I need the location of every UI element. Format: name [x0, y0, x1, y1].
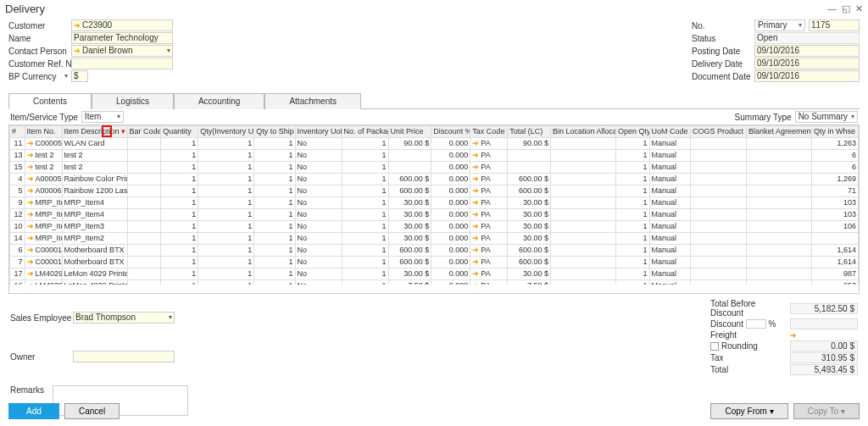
col-qtytoship[interactable]: Qty to Ship [254, 126, 295, 138]
chevron-down-icon[interactable]: ▾ [167, 46, 170, 56]
table-row[interactable]: 16➜LM4029APLeMon 4029 Printer A111No17.5… [10, 280, 859, 285]
link-arrow-icon[interactable]: ➜ [27, 246, 34, 255]
link-arrow-icon[interactable]: ➜ [472, 139, 479, 148]
cell-itemno[interactable]: ➜LM4029AP [25, 280, 62, 285]
cell-pkg[interactable]: 1 [342, 197, 388, 209]
col-totallc[interactable]: Total (LC) [508, 126, 551, 138]
cell-barcode[interactable] [127, 221, 161, 233]
cell-invuom[interactable]: No [295, 162, 342, 174]
link-arrow-icon[interactable]: ➜ [27, 257, 34, 267]
link-arrow-icon[interactable]: ➜ [74, 20, 81, 30]
cell-tax[interactable]: ➜PA [470, 233, 508, 245]
cell-hash[interactable]: 14 [10, 233, 25, 245]
col-discount[interactable]: Discount % [431, 126, 470, 138]
cell-qtyinv[interactable]: 1 [198, 138, 254, 150]
cell-itemdesc[interactable]: MRP_Item4 [62, 197, 127, 209]
cell-whse[interactable]: 6 [811, 150, 858, 162]
cell-whse[interactable]: 987 [811, 268, 858, 280]
cell-pkg[interactable]: 1 [342, 209, 388, 221]
cell-blanket[interactable] [746, 138, 811, 150]
link-arrow-icon[interactable]: ➜ [472, 198, 479, 207]
cell-total[interactable]: 7.50 $ [508, 280, 551, 285]
cell-price[interactable]: 30.00 $ [388, 221, 431, 233]
cell-whse[interactable]: 1,614 [811, 245, 858, 257]
cell-uomcode[interactable]: Manual [649, 197, 690, 209]
cell-ship[interactable]: 1 [254, 150, 295, 162]
cell-whse[interactable]: 1,263 [811, 138, 858, 150]
link-arrow-icon[interactable]: ➜ [27, 222, 34, 231]
cell-cogs[interactable] [690, 209, 746, 221]
cell-itemdesc[interactable]: test 2 [62, 162, 127, 174]
cell-cogs[interactable] [690, 174, 746, 185]
cell-quantity[interactable]: 1 [161, 268, 198, 280]
link-arrow-icon[interactable]: ➜ [472, 234, 479, 243]
cell-hash[interactable]: 12 [10, 209, 25, 221]
cell-invuom[interactable]: No [295, 257, 342, 268]
link-arrow-icon[interactable]: ➜ [472, 151, 479, 160]
link-arrow-icon[interactable]: ➜ [74, 46, 81, 56]
cell-binloc[interactable] [550, 233, 615, 245]
cell-uomcode[interactable]: Manual [649, 221, 690, 233]
cell-total[interactable]: 600.00 $ [508, 257, 551, 268]
cell-barcode[interactable] [127, 185, 161, 197]
cell-blanket[interactable] [746, 221, 811, 233]
cell-blanket[interactable] [746, 209, 811, 221]
table-row[interactable]: 6➜C00001Motherboard BTX111No1600.00 $0.0… [10, 245, 859, 257]
name-field[interactable]: Parameter Technology [71, 32, 173, 44]
table-row[interactable]: 11➜C00005WLAN Card111No190.00 $0.000➜PA9… [10, 138, 859, 150]
cell-ship[interactable]: 1 [254, 185, 295, 197]
line-items-grid[interactable]: # Item No. Item Description▾ Bar Code Qu… [8, 124, 860, 294]
cell-qtyinv[interactable]: 1 [198, 162, 254, 174]
cell-discount[interactable]: 0.000 [431, 138, 470, 150]
cell-cogs[interactable] [690, 280, 746, 285]
cell-hash[interactable]: 4 [10, 174, 25, 185]
cell-quantity[interactable]: 1 [161, 197, 198, 209]
cell-discount[interactable]: 0.000 [431, 280, 470, 285]
cell-pkg[interactable]: 1 [342, 221, 388, 233]
col-hash[interactable]: # [10, 126, 25, 138]
cell-quantity[interactable]: 1 [161, 233, 198, 245]
copyto-button[interactable]: Copy To ▾ [793, 403, 860, 419]
cell-invuom[interactable]: No [295, 233, 342, 245]
cell-barcode[interactable] [127, 280, 161, 285]
cell-uomcode[interactable]: Manual [649, 268, 690, 280]
col-qtywhse[interactable]: Qty in Whse [811, 126, 858, 138]
link-arrow-icon[interactable]: ➜ [790, 331, 797, 340]
cell-itemdesc[interactable]: WLAN Card [62, 138, 127, 150]
close-icon[interactable]: ✕ [855, 3, 863, 14]
table-row[interactable]: 7➜C00001Motherboard BTX111No1600.00 $0.0… [10, 257, 859, 268]
cell-itemdesc[interactable]: MRP_Item3 [62, 221, 127, 233]
col-barcode[interactable]: Bar Code [127, 126, 161, 138]
cell-invuom[interactable]: No [295, 221, 342, 233]
cell-barcode[interactable] [127, 268, 161, 280]
cell-cogs[interactable] [690, 185, 746, 197]
cell-openqty[interactable]: 1 [615, 233, 649, 245]
cell-itemno[interactable]: ➜A00005 [25, 174, 62, 185]
cell-openqty[interactable]: 1 [615, 162, 649, 174]
cell-quantity[interactable]: 1 [161, 245, 198, 257]
chevron-down-icon[interactable]: ▾ [169, 313, 172, 323]
cell-invuom[interactable]: No [295, 197, 342, 209]
grid-header-row[interactable]: # Item No. Item Description▾ Bar Code Qu… [10, 126, 859, 138]
cell-cogs[interactable] [690, 233, 746, 245]
cell-price[interactable]: 90.00 $ [388, 138, 431, 150]
col-unitprice[interactable]: Unit Price [388, 126, 431, 138]
cell-pkg[interactable]: 1 [342, 150, 388, 162]
cell-hash[interactable]: 11 [10, 138, 25, 150]
cell-blanket[interactable] [746, 233, 811, 245]
cell-discount[interactable]: 0.000 [431, 185, 470, 197]
cell-total[interactable]: 30.00 $ [508, 268, 551, 280]
tab-logistics[interactable]: Logistics [92, 93, 174, 109]
col-qtyinvuom[interactable]: Qty(Inventory UoM) [198, 126, 254, 138]
cell-hash[interactable]: 5 [10, 185, 25, 197]
cell-ship[interactable]: 1 [254, 138, 295, 150]
cell-quantity[interactable]: 1 [161, 257, 198, 268]
cell-binloc[interactable] [550, 162, 615, 174]
cell-itemdesc[interactable]: Motherboard BTX [62, 245, 127, 257]
cell-uomcode[interactable]: Manual [649, 138, 690, 150]
cell-discount[interactable]: 0.000 [431, 257, 470, 268]
cell-price[interactable]: 600.00 $ [388, 174, 431, 185]
cell-quantity[interactable]: 1 [161, 209, 198, 221]
cell-pkg[interactable]: 1 [342, 138, 388, 150]
cell-price[interactable]: 7.50 $ [388, 280, 431, 285]
